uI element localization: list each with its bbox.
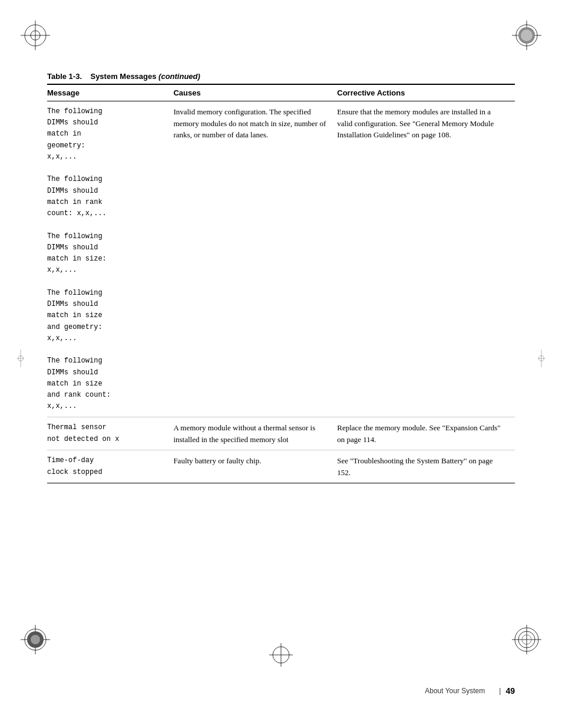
- bottom-center-mark: [269, 643, 293, 669]
- table-caption-label: Table 1-3. System Messages (continued): [47, 72, 200, 81]
- column-header-causes: Causes: [173, 84, 337, 101]
- side-mark-right: [533, 350, 550, 370]
- table-cell-message-3: Time-of-dayclock stopped: [47, 450, 173, 483]
- table-cell-message-2: Thermal sensornot detected on x: [47, 417, 173, 450]
- table-row: Thermal sensornot detected on x A memory…: [47, 417, 515, 450]
- side-mark-left: [12, 350, 29, 370]
- footer-section-label: About Your System: [425, 687, 485, 695]
- page-number: 49: [505, 686, 515, 696]
- table-cell-causes-2: A memory module without a thermal sensor…: [173, 417, 337, 450]
- svg-point-9: [521, 29, 533, 41]
- page: Table 1-3. System Messages (continued) M…: [0, 0, 562, 728]
- table-header-row: Message Causes Corrective Actions: [47, 84, 515, 101]
- footer-separator: |: [499, 687, 501, 695]
- table-cell-corrective-3: See "Troubleshooting the System Battery"…: [337, 450, 515, 483]
- table-row: Time-of-dayclock stopped Faulty battery …: [47, 450, 515, 483]
- column-header-corrective: Corrective Actions: [337, 84, 515, 101]
- svg-point-14: [31, 635, 40, 644]
- table-cell-corrective-1: Ensure that the memory modules are insta…: [337, 101, 515, 417]
- table-caption-number: Table 1-3.: [47, 72, 82, 81]
- table-cell-causes-1: Invalid memory configuration. The specif…: [173, 101, 337, 417]
- corner-mark-top-left: [18, 18, 53, 53]
- table-caption-title: System Messages: [90, 72, 158, 81]
- corner-mark-bottom-right: [509, 622, 544, 657]
- table-cell-causes-3: Faulty battery or faulty chip.: [173, 450, 337, 483]
- corner-mark-top-right: [509, 18, 544, 53]
- page-footer: About Your System | 49: [47, 686, 515, 696]
- corner-mark-bottom-left: [18, 622, 53, 657]
- table-cell-message-1: The followingDIMMs shouldmatch ingeometr…: [47, 101, 173, 417]
- table-caption-italic: (continued): [158, 72, 200, 81]
- table-cell-corrective-2: Replace the memory module. See "Expansio…: [337, 417, 515, 450]
- column-header-message: Message: [47, 84, 173, 101]
- table-row: The followingDIMMs shouldmatch ingeometr…: [47, 101, 515, 417]
- system-messages-table: Message Causes Corrective Actions The fo…: [47, 84, 515, 483]
- table-caption: Table 1-3. System Messages (continued): [47, 71, 515, 81]
